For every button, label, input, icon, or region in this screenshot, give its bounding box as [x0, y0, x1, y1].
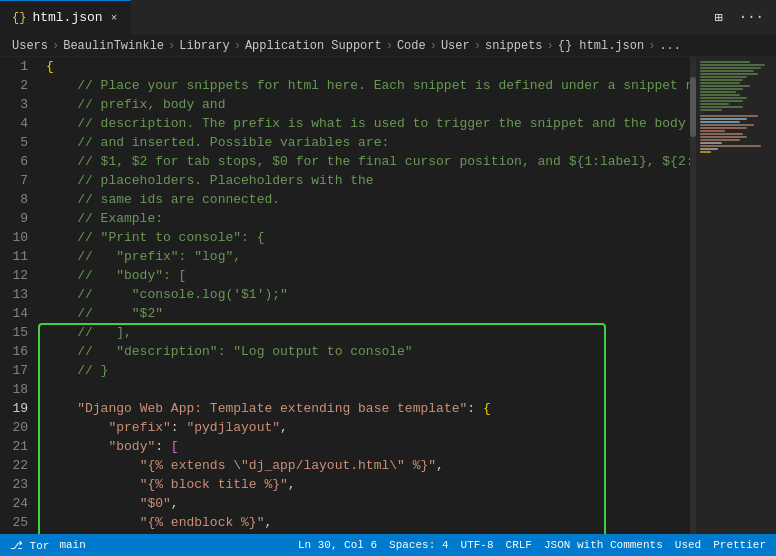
code-line-25: "{% endblock %}",	[46, 513, 696, 532]
code-line-2: // Place your snippets for html here. Ea…	[46, 76, 696, 95]
breadcrumb-file[interactable]: {} html.json	[558, 39, 644, 53]
status-eol[interactable]: CRLF	[506, 539, 532, 551]
minimap	[696, 57, 776, 534]
breadcrumb-beaulin[interactable]: BeaulinTwinkle	[63, 39, 164, 53]
breadcrumb-sep-2: ›	[168, 39, 175, 53]
code-line-18	[46, 380, 696, 399]
code-line-8: // same ids are connected.	[46, 190, 696, 209]
breadcrumb-user[interactable]: User	[441, 39, 470, 53]
status-git-branch[interactable]: ⎇ Tor	[10, 539, 49, 552]
more-actions-icon[interactable]: ···	[735, 7, 768, 27]
breadcrumb-sep-8: ›	[648, 39, 655, 53]
code-line-22: "{% extends \"dj_app/layout.html\" %}",	[46, 456, 696, 475]
code-line-12: // "body": [	[46, 266, 696, 285]
code-line-26: "{% block content %}",	[46, 532, 696, 534]
status-used[interactable]: Used	[675, 539, 701, 551]
breadcrumb-more[interactable]: ...	[659, 39, 681, 53]
status-encoding[interactable]: UTF-8	[461, 539, 494, 551]
status-spaces[interactable]: Spaces: 4	[389, 539, 448, 551]
breadcrumb-snippets[interactable]: snippets	[485, 39, 543, 53]
line-numbers: 1 2 3 4 5 6 7 8 9 10 11 12 13 14 15 16 1…	[0, 57, 36, 534]
code-line-1: {	[46, 57, 696, 76]
code-line-24: "$0",	[46, 494, 696, 513]
tab-html-json[interactable]: {} html.json ×	[0, 0, 131, 35]
code-line-19: "Django Web App: Template extending base…	[46, 399, 696, 418]
code-line-17: // }	[46, 361, 696, 380]
breadcrumb-sep-1: ›	[52, 39, 59, 53]
status-right: Ln 30, Col 6 Spaces: 4 UTF-8 CRLF JSON w…	[298, 539, 766, 551]
code-line-20: "prefix": "pydjlayout",	[46, 418, 696, 437]
code-line-10: // "Print to console": {	[46, 228, 696, 247]
status-language[interactable]: JSON with Comments	[544, 539, 663, 551]
code-line-11: // "prefix": "log",	[46, 247, 696, 266]
code-line-5: // and inserted. Possible variables are:	[46, 133, 696, 152]
code-line-9: // Example:	[46, 209, 696, 228]
status-prettier[interactable]: Prettier	[713, 539, 766, 551]
breadcrumb-sep-4: ›	[386, 39, 393, 53]
breadcrumb-sep-3: ›	[234, 39, 241, 53]
breadcrumb-sep-5: ›	[430, 39, 437, 53]
status-git-main[interactable]: main	[59, 539, 85, 551]
code-line-7: // placeholders. Placeholders with the	[46, 171, 696, 190]
tab-bar: {} html.json × ⊞ ···	[0, 0, 776, 35]
breadcrumb-appsupport[interactable]: Application Support	[245, 39, 382, 53]
breadcrumb-sep-7: ›	[547, 39, 554, 53]
code-line-4: // description. The prefix is what is us…	[46, 114, 696, 133]
breadcrumb-library[interactable]: Library	[179, 39, 229, 53]
status-bar: ⎇ Tor main Ln 30, Col 6 Spaces: 4 UTF-8 …	[0, 534, 776, 556]
code-line-23: "{% block title %}",	[46, 475, 696, 494]
breadcrumb-sep-6: ›	[474, 39, 481, 53]
tab-bar-actions: ⊞ ···	[710, 7, 776, 28]
code-line-15: // ],	[46, 323, 696, 342]
status-ln-col[interactable]: Ln 30, Col 6	[298, 539, 377, 551]
code-line-16: // "description": "Log output to console…	[46, 342, 696, 361]
code-line-6: // $1, $2 for tab stops, $0 for the fina…	[46, 152, 696, 171]
tab-label: html.json	[32, 10, 102, 25]
code-line-21: "body": [	[46, 437, 696, 456]
split-editor-icon[interactable]: ⊞	[710, 7, 726, 28]
editor: 1 2 3 4 5 6 7 8 9 10 11 12 13 14 15 16 1…	[0, 57, 776, 534]
breadcrumb-code[interactable]: Code	[397, 39, 426, 53]
breadcrumb: Users › BeaulinTwinkle › Library › Appli…	[0, 35, 776, 57]
status-left: ⎇ Tor main	[10, 539, 86, 552]
breadcrumb-users[interactable]: Users	[12, 39, 48, 53]
code-line-13: // "console.log('$1');"	[46, 285, 696, 304]
tab-icon: {}	[12, 11, 26, 25]
code-line-3: // prefix, body and	[46, 95, 696, 114]
code-line-14: // "$2"	[46, 304, 696, 323]
code-area[interactable]: { // Place your snippets for html here. …	[36, 57, 696, 534]
tab-close[interactable]: ×	[109, 10, 120, 26]
